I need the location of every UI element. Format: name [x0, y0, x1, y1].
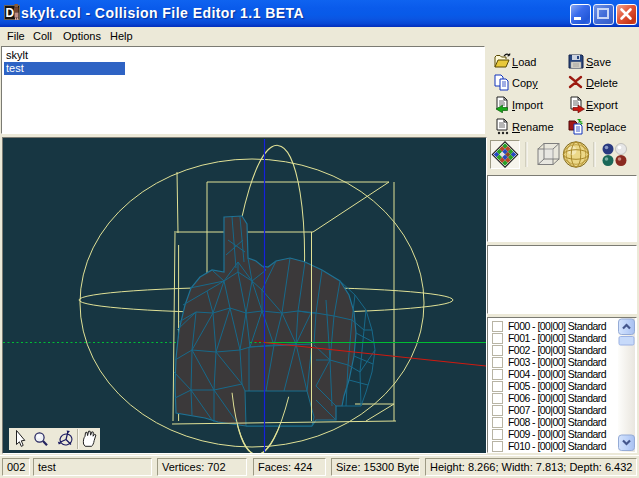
svg-text:D: D [6, 6, 15, 20]
